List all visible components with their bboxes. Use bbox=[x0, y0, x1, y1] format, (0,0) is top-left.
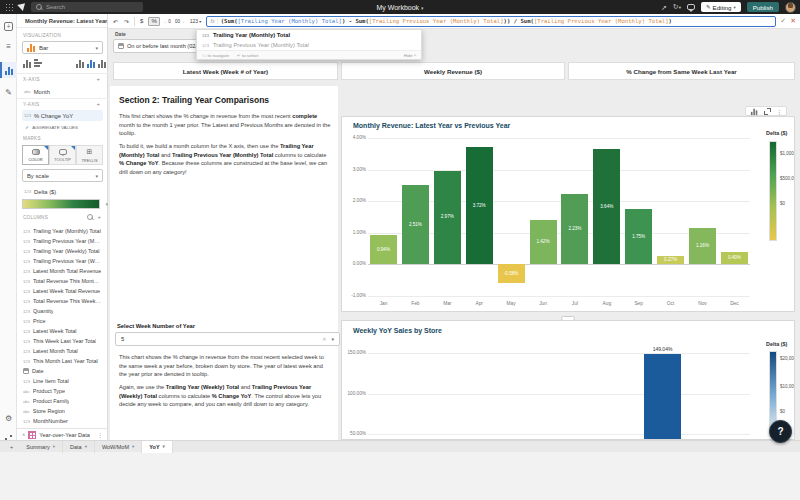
column-item[interactable]: 123Total Revenue This Month Las... bbox=[17, 276, 108, 286]
add-page-icon[interactable]: + bbox=[0, 444, 19, 450]
column-item[interactable]: 123Trailing Previous Year (Monthl... bbox=[17, 236, 108, 246]
chart-type-icon[interactable] bbox=[751, 107, 758, 114]
confirm-formula-icon[interactable]: ✓ bbox=[780, 17, 786, 25]
chevron-down-icon[interactable]: ▾ bbox=[331, 336, 334, 342]
page-tab-data[interactable]: Data▾ bbox=[63, 441, 95, 453]
column-item[interactable]: 123Line Item Total bbox=[17, 376, 108, 386]
page-outline-icon[interactable]: ≡ bbox=[0, 38, 17, 54]
bar-value-label: 149.04% bbox=[638, 346, 688, 352]
cancel-formula-icon[interactable]: ✕ bbox=[790, 17, 796, 25]
column-item[interactable]: 123This Month Last Year Total bbox=[17, 356, 108, 366]
y-axis-add-icon[interactable]: + bbox=[96, 101, 100, 107]
page-tab-yoy[interactable]: YoY▾ bbox=[142, 441, 173, 453]
column-item[interactable]: abcProduct Type bbox=[17, 386, 108, 396]
y-axis-tick: 2.00% bbox=[342, 198, 366, 203]
comments-icon[interactable] bbox=[687, 4, 695, 10]
color-field[interactable]: 123 Delta ($) bbox=[22, 186, 103, 197]
text-element-section2[interactable]: Section 2: Trailing Year Comparisons Thi… bbox=[110, 86, 338, 320]
column-item[interactable]: 123Trailing Year (Monthly) Total bbox=[17, 226, 108, 236]
number-format-select[interactable]: 123 ▾ bbox=[189, 18, 203, 24]
data-source-row[interactable]: ∧ Year-over-Year Data ⋮ bbox=[17, 428, 108, 440]
formula-autocomplete: 123Trailing Year (Monthly) Total123Trail… bbox=[196, 29, 422, 60]
monthly-revenue-chart[interactable]: Monthly Revenue: Latest Year vs Previous… bbox=[341, 116, 795, 312]
add-element-icon[interactable]: + bbox=[0, 18, 17, 34]
x-axis-tick: Jun bbox=[529, 301, 557, 306]
chart-toolbar: ⋮ bbox=[745, 106, 787, 116]
y-axis-tick: 100.00% bbox=[342, 391, 366, 396]
column-chart-icon[interactable] bbox=[23, 59, 32, 68]
aggregate-values-checkbox[interactable]: ✓ AGGREGATE VALUES bbox=[25, 124, 78, 130]
column-item[interactable]: 123Price bbox=[17, 316, 108, 326]
percent-format-button[interactable]: % bbox=[148, 17, 159, 26]
publish-button[interactable]: Publish bbox=[747, 2, 779, 12]
autocomplete-item[interactable]: 123Trailing Previous Year (Monthly) Tota… bbox=[197, 40, 421, 50]
element-header[interactable]: Monthly Revenue: Latest Year ... bbox=[17, 14, 107, 28]
clear-icon[interactable]: ✕ bbox=[322, 336, 326, 342]
currency-format-button[interactable]: $ bbox=[139, 18, 144, 24]
weekly-yoy-chart[interactable]: Weekly YoY Sales by Store 150.00%100.00%… bbox=[341, 320, 795, 440]
chart-type-select[interactable]: Bar ▾ bbox=[22, 41, 103, 54]
stacked-column-icon[interactable] bbox=[76, 59, 85, 68]
page-tab-wow/mom[interactable]: WoW/MoM▾ bbox=[95, 441, 142, 453]
page-tab-summary[interactable]: Summary▾ bbox=[19, 441, 63, 453]
undo-icon[interactable]: ↶ bbox=[112, 18, 119, 25]
column-item[interactable]: 123Total Revenue This Week Last... bbox=[17, 296, 108, 306]
percent-stacked-icon[interactable] bbox=[98, 59, 107, 68]
user-avatar[interactable] bbox=[785, 2, 796, 13]
column-item[interactable]: 123This Week Last Year Total bbox=[17, 336, 108, 346]
column-item[interactable]: 123Latest Week Total Revenue bbox=[17, 286, 108, 296]
fx-icon: fx bbox=[210, 18, 217, 24]
y-axis-label: Y-AXIS bbox=[23, 102, 39, 107]
autocomplete-item[interactable]: 123Trailing Year (Monthly) Total bbox=[197, 30, 421, 40]
maximize-icon[interactable] bbox=[764, 108, 771, 115]
search-columns-icon[interactable] bbox=[87, 214, 93, 220]
marks-tab-trellis[interactable]: ⊞TRELLIS bbox=[76, 145, 103, 165]
x-axis-tick: Oct bbox=[657, 301, 685, 306]
formula-input[interactable]: fx (Sum([Trailing Year (Monthly) Total])… bbox=[206, 16, 776, 27]
column-item[interactable]: abcStore Region bbox=[17, 406, 108, 416]
color-scale-control[interactable]: ▾ bbox=[22, 199, 108, 209]
column-item[interactable]: 123Quantity bbox=[17, 306, 108, 316]
autocomplete-hide[interactable]: Hide ^ bbox=[404, 53, 416, 58]
column-item[interactable]: 123Trailing Year (Weekly) Total bbox=[17, 246, 108, 256]
kpi-header-card[interactable]: % Change from Same Week Last Year bbox=[568, 62, 795, 80]
stacked-column-active-icon[interactable] bbox=[87, 59, 96, 68]
column-item[interactable]: 123MonthNumber bbox=[17, 416, 108, 426]
y-axis-tick: 150.00% bbox=[342, 350, 366, 355]
format-icon[interactable]: ✎ bbox=[0, 84, 17, 100]
legend-title: Delta ($) bbox=[766, 130, 787, 136]
redo-icon[interactable]: ↷ bbox=[123, 18, 130, 25]
bar-chart-horizontal-icon[interactable] bbox=[34, 59, 43, 68]
marks-tab-tooltip[interactable]: TOOLTIP bbox=[49, 145, 76, 165]
x-axis-add-icon[interactable]: + bbox=[96, 76, 100, 82]
editing-mode-button[interactable]: ✎ Editing ▾ bbox=[701, 2, 741, 12]
column-item[interactable]: 123Latest Month Total bbox=[17, 346, 108, 356]
column-item[interactable]: 123Latest Week Total bbox=[17, 326, 108, 336]
refresh-icon[interactable]: ↻▾ bbox=[673, 3, 681, 11]
kpi-header-card[interactable]: Latest Week (Week # of Year) bbox=[113, 62, 338, 80]
trellis-icon: ⊞ bbox=[87, 148, 93, 156]
element-properties-icon[interactable] bbox=[0, 62, 17, 78]
help-button[interactable]: ? bbox=[769, 420, 792, 443]
increase-decimal-button[interactable]: 00→ bbox=[175, 19, 185, 24]
x-axis-field[interactable]: abc Month bbox=[22, 86, 103, 97]
x-axis-tick: Apr bbox=[465, 301, 493, 306]
y-axis-field[interactable]: 123 % Change YoY bbox=[22, 110, 103, 121]
kebab-icon[interactable]: ⋮ bbox=[776, 108, 782, 115]
marks-tab-color[interactable]: COLOR bbox=[22, 145, 49, 165]
kebab-icon[interactable]: ⋮ bbox=[97, 431, 103, 438]
week-number-input[interactable]: 5 ✕ ▾ bbox=[115, 332, 340, 346]
bar-store[interactable] bbox=[644, 354, 681, 440]
decrease-decimal-button[interactable]: ←0 bbox=[164, 19, 171, 24]
column-item[interactable]: Date bbox=[17, 366, 108, 376]
column-item[interactable]: abcProduct Family bbox=[17, 396, 108, 406]
text-element-weekly[interactable]: Select Week Number of Year 5 ✕ ▾ This ch… bbox=[110, 320, 338, 440]
column-item[interactable]: 123Latest Month Total Revenue bbox=[17, 266, 108, 276]
add-column-icon[interactable]: + bbox=[97, 214, 101, 220]
kpi-header-card[interactable]: Weekly Revenue ($) bbox=[341, 62, 565, 80]
chevron-down-icon: ▾ bbox=[95, 173, 98, 179]
column-item[interactable]: 123Trailing Previous Year (Weekly... bbox=[17, 256, 108, 266]
color-mode-select[interactable]: By scale ▾ bbox=[22, 169, 103, 182]
share-icon[interactable]: ↗ bbox=[661, 4, 667, 11]
settings-gear-icon[interactable]: ⚙ bbox=[0, 410, 17, 426]
